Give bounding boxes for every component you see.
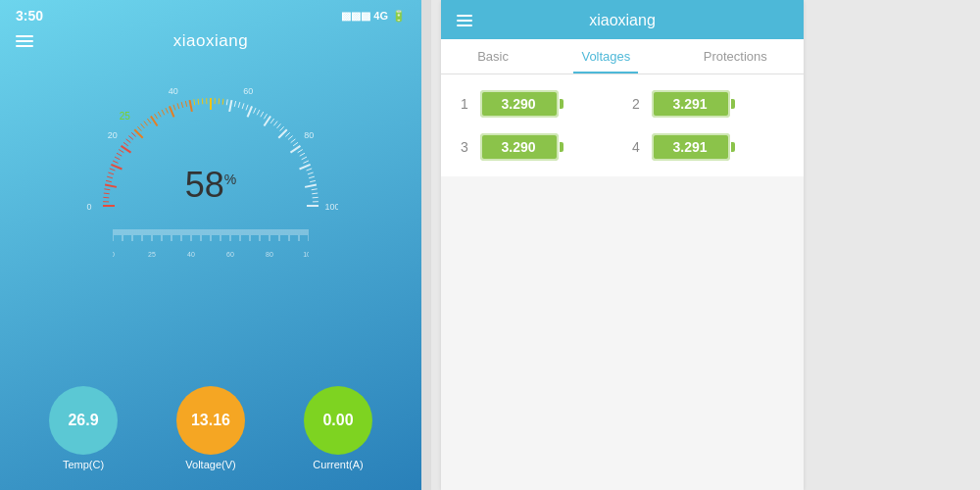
svg-line-18: [128, 136, 133, 140]
svg-line-77: [312, 193, 318, 194]
svg-line-53: [261, 112, 264, 117]
svg-text:100: 100: [324, 202, 338, 212]
svg-line-73: [309, 176, 315, 178]
svg-line-64: [293, 142, 298, 146]
gauge-container: 25020406080100 58%: [83, 69, 338, 225]
right-panel: xiaoxiang Basic Voltages Protections 13.…: [441, 0, 804, 490]
temp-value: 26.9: [68, 413, 98, 428]
voltage-item: 23.291: [632, 90, 784, 118]
svg-line-7: [107, 176, 113, 178]
svg-line-66: [298, 150, 303, 153]
svg-text:25: 25: [148, 251, 156, 258]
svg-line-36: [194, 99, 195, 105]
svg-line-76: [312, 189, 318, 190]
svg-line-24: [147, 119, 151, 123]
svg-line-58: [277, 123, 281, 128]
svg-text:0: 0: [86, 202, 91, 212]
svg-line-69: [303, 161, 308, 164]
svg-line-10: [111, 165, 122, 170]
svg-line-50: [248, 106, 253, 117]
voltage-item: 43.291: [632, 133, 784, 161]
panel-divider: [421, 0, 431, 490]
voltage-index: 2: [632, 96, 644, 112]
svg-line-30: [170, 106, 174, 117]
svg-text:80: 80: [266, 251, 273, 258]
empty-area: [441, 176, 804, 490]
svg-text:60: 60: [243, 86, 253, 96]
tab-voltages[interactable]: Voltages: [573, 49, 638, 74]
svg-line-13: [117, 153, 122, 156]
left-header: xiaoxiang: [0, 27, 421, 59]
voltage-item: 33.290: [461, 133, 612, 161]
gauge-value: 58%: [185, 165, 237, 206]
linear-scale-svg: 0 25 40 60 80 100: [113, 229, 309, 259]
svg-line-26: [155, 114, 158, 119]
battery-widget: 3.290: [480, 133, 559, 161]
svg-line-23: [144, 122, 148, 126]
svg-line-44: [226, 99, 227, 105]
left-panel: 3:50 ▩▩▩ 4G 🔋 xiaoxiang 25020406080100 5…: [0, 0, 421, 490]
svg-text:100: 100: [303, 251, 309, 258]
svg-line-11: [113, 161, 118, 164]
voltage-index: 4: [632, 139, 644, 155]
left-app-title: xiaoxiang: [173, 31, 248, 51]
svg-line-22: [141, 123, 145, 128]
battery-icon: 🔋: [392, 10, 406, 23]
gauge-unit: %: [224, 172, 236, 187]
linear-scale: 0 25 40 60 80 100: [113, 229, 309, 259]
svg-line-5: [105, 185, 117, 187]
svg-line-54: [264, 114, 267, 119]
right-header: xiaoxiang: [441, 0, 804, 39]
metric-voltage: 13.16 Voltage(V): [176, 386, 245, 470]
svg-line-57: [273, 122, 277, 126]
svg-line-67: [300, 153, 305, 156]
svg-line-6: [106, 180, 112, 181]
signal-icon: ▩▩▩ 4G: [341, 10, 388, 23]
svg-line-33: [181, 102, 183, 108]
battery-border: [652, 90, 730, 118]
svg-line-59: [280, 126, 284, 130]
temp-label: Temp(C): [63, 459, 104, 470]
svg-line-43: [222, 99, 223, 105]
tabs: Basic Voltages Protections: [441, 39, 804, 74]
svg-line-14: [119, 150, 123, 153]
svg-line-49: [246, 105, 248, 111]
tab-basic[interactable]: Basic: [469, 49, 516, 74]
svg-line-32: [177, 103, 179, 109]
svg-text:40: 40: [169, 86, 178, 96]
svg-line-72: [308, 172, 314, 174]
svg-line-9: [110, 169, 116, 171]
battery-widget: 3.290: [480, 90, 559, 118]
svg-line-75: [305, 185, 317, 187]
svg-line-34: [185, 101, 186, 107]
svg-line-35: [190, 100, 192, 112]
svg-line-17: [126, 139, 131, 143]
temp-circle: 26.9: [49, 386, 118, 455]
battery-border: [652, 133, 730, 161]
metric-current: 0.00 Current(A): [304, 386, 372, 470]
svg-line-31: [173, 105, 175, 111]
current-value: 0.00: [322, 413, 353, 428]
svg-line-8: [108, 172, 114, 174]
svg-line-70: [300, 165, 311, 170]
svg-text:0: 0: [113, 251, 115, 258]
current-label: Current(A): [313, 459, 363, 470]
svg-line-74: [310, 180, 316, 181]
status-icons: ▩▩▩ 4G 🔋: [341, 10, 406, 23]
menu-icon[interactable]: [16, 35, 33, 47]
voltage-value: 13.16: [191, 413, 230, 428]
svg-text:60: 60: [226, 251, 234, 258]
right-app-title: xiaoxiang: [484, 12, 760, 29]
right-menu-icon[interactable]: [457, 15, 472, 26]
svg-text:25: 25: [120, 111, 131, 122]
battery-border: [480, 133, 559, 161]
metric-temp: 26.9 Temp(C): [49, 386, 118, 470]
svg-line-47: [238, 102, 240, 108]
svg-line-71: [307, 169, 313, 171]
tab-protections[interactable]: Protections: [696, 49, 775, 74]
voltage-grid: 13.29023.29133.29043.291: [441, 74, 804, 176]
svg-line-19: [131, 132, 135, 136]
svg-line-12: [115, 157, 120, 160]
svg-line-37: [198, 99, 199, 105]
battery-border: [480, 90, 559, 118]
